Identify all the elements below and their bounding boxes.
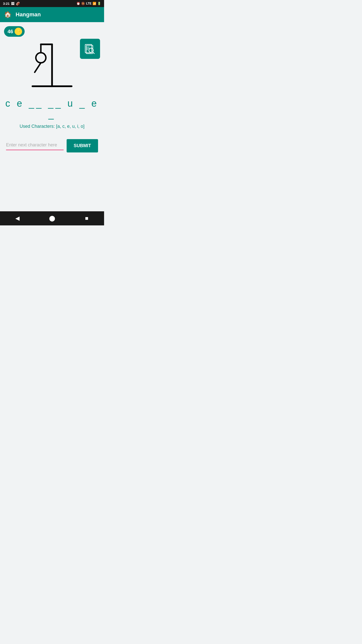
battery-icon: 🔋 [97,2,101,5]
status-time: 3:21 [3,2,10,6]
recent-apps-icon: ■ [85,215,88,222]
dictionary-icon [83,42,97,55]
input-area: SUBMIT [4,139,100,152]
hangman-drawing [19,39,85,89]
back-button[interactable]: ◀ [11,212,24,225]
status-right: ⏰ 🔕 LTE 📶 🔋 [76,2,101,5]
signal-icon: 📶 [93,2,96,5]
back-icon: ◀ [15,215,20,222]
home-nav-icon: ⬤ [49,215,55,222]
word-display: c e __ __ u _ e _ [4,98,100,120]
score-badge: 46 ⭐ [4,26,25,37]
char-input-wrapper [6,141,64,150]
char-input[interactable] [6,141,64,149]
photo-icon: 🖼 [11,2,14,6]
home-icon[interactable]: 🏠 [4,11,12,18]
nfl-icon: 🏈 [16,2,20,6]
alarm-icon: ⏰ [76,2,80,5]
svg-line-5 [35,63,41,72]
home-nav-button[interactable]: ⬤ [46,212,58,225]
score-number: 46 [8,29,13,34]
status-left: 3:21 🖼 🏈 [3,2,20,6]
app-bar: 🏠 Hangman [0,7,104,22]
dictionary-button[interactable] [80,39,100,59]
used-characters: Used Characters: [a, c, e, u, i, o] [20,124,84,129]
recent-apps-button[interactable]: ■ [80,212,93,225]
submit-button[interactable]: SUBMIT [67,139,98,152]
status-bar: 3:21 🖼 🏈 ⏰ 🔕 LTE 📶 🔋 [0,0,104,7]
main-content: 46 ⭐ [0,22,104,211]
nav-bar: ◀ ⬤ ■ [0,211,104,225]
mute-icon: 🔕 [81,2,85,5]
svg-point-4 [36,53,46,63]
app-title: Hangman [16,11,41,18]
lte-label: LTE [86,2,92,5]
hangman-area [4,39,100,89]
star-icon: ⭐ [15,28,22,35]
